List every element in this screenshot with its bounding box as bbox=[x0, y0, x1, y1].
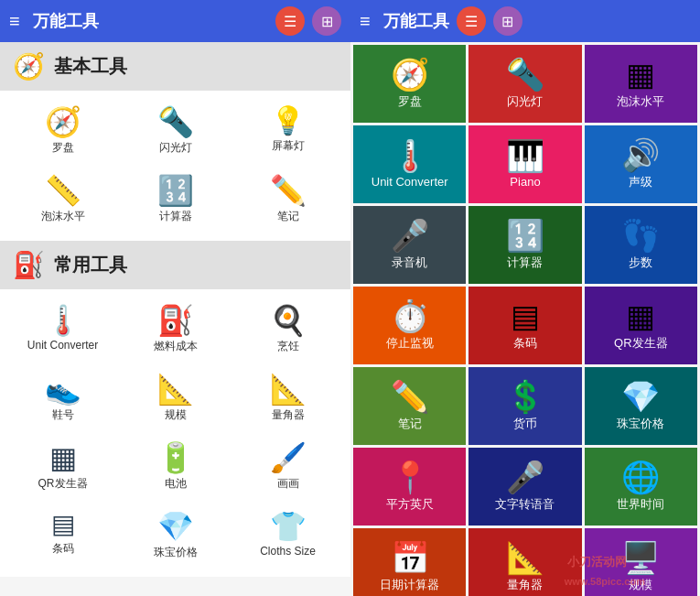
item-fuel[interactable]: ⛽ 燃料成本 bbox=[122, 298, 229, 362]
item-notes-label: 笔记 bbox=[277, 209, 299, 224]
tile-qr-gen[interactable]: ▦ QR发生器 bbox=[585, 287, 697, 364]
tile-jewelry-label: 珠宝价格 bbox=[617, 416, 664, 432]
tile-sqft-icon: 📍 bbox=[391, 461, 429, 493]
left-grid-btn[interactable]: ⊞ bbox=[312, 6, 341, 36]
section1-icon: 🧭 bbox=[13, 51, 45, 81]
tile-notes[interactable]: ✏️ 笔记 bbox=[353, 367, 466, 445]
item-unit-converter[interactable]: 🌡️ Unit Converter bbox=[9, 298, 116, 362]
item-protractor-label: 量角器 bbox=[272, 407, 305, 423]
tile-sound[interactable]: 🔊 声级 bbox=[585, 125, 697, 203]
tile-scale-right[interactable]: 🖥️ 规模 bbox=[585, 528, 697, 596]
tile-sqft[interactable]: 📍 平方英尺 bbox=[353, 448, 466, 526]
tile-level[interactable]: ▦ 泡沫水平 bbox=[585, 45, 697, 123]
tile-flashlight[interactable]: 🔦 闪光灯 bbox=[468, 45, 581, 123]
tile-calculator-icon: 🔢 bbox=[506, 220, 544, 251]
section2-icon: ⛽ bbox=[13, 250, 45, 280]
item-battery[interactable]: 🔋 电池 bbox=[122, 436, 229, 499]
item-paint[interactable]: 🖌️ 画画 bbox=[234, 436, 341, 499]
tile-stopwatch[interactable]: ⏱️ 停止监视 bbox=[353, 287, 466, 364]
left-list-btn[interactable]: ☰ bbox=[275, 6, 305, 36]
section2-items: 🌡️ Unit Converter ⛽ 燃料成本 🍳 烹饪 👟 鞋号 📐 规模 … bbox=[9, 298, 341, 568]
tile-recorder-label: 录音机 bbox=[392, 255, 427, 271]
tile-steps[interactable]: 👣 步数 bbox=[585, 206, 697, 284]
tile-piano[interactable]: 🎹 Piano bbox=[468, 125, 581, 203]
tile-level-label: 泡沫水平 bbox=[617, 93, 664, 110]
item-barcode-label: 条码 bbox=[52, 541, 74, 557]
right-grid-btn[interactable]: ⊞ bbox=[493, 6, 522, 36]
tile-compass-label: 罗盘 bbox=[398, 93, 422, 110]
item-flashlight-label: 闪光灯 bbox=[159, 140, 192, 156]
item-qr-gen[interactable]: ▦ QR发生器 bbox=[9, 436, 116, 499]
item-compass[interactable]: 🧭 罗盘 bbox=[9, 100, 116, 163]
tile-unit-converter[interactable]: 🌡️ Unit Converter bbox=[353, 125, 466, 203]
section1-items: 🧭 罗盘 🔦 闪光灯 💡 屏幕灯 📏 泡沫水平 🔢 计算器 ✏️ 笔记 bbox=[9, 100, 341, 232]
tile-date-calc-label: 日期计算器 bbox=[380, 577, 439, 593]
tile-currency[interactable]: 💲 货币 bbox=[468, 367, 581, 445]
item-cooking[interactable]: 🍳 烹饪 bbox=[234, 298, 341, 362]
item-scale[interactable]: 📐 规模 bbox=[122, 367, 229, 430]
compass-icon: 🧭 bbox=[45, 107, 81, 136]
tile-steps-icon: 👣 bbox=[621, 220, 660, 251]
tile-date-calc[interactable]: 📅 日期计算器 bbox=[353, 528, 466, 596]
barcode-icon: ▤ bbox=[51, 512, 75, 537]
tile-sound-icon: 🔊 bbox=[621, 139, 660, 170]
cooking-icon: 🍳 bbox=[270, 306, 307, 335]
item-cloths[interactable]: 👕 Cloths Size bbox=[234, 504, 341, 568]
item-flashlight[interactable]: 🔦 闪光灯 bbox=[122, 100, 229, 163]
tile-sqft-label: 平方英尺 bbox=[386, 496, 434, 513]
left-menu-icon[interactable]: ≡ bbox=[9, 11, 20, 32]
tile-jewelry-icon: 💎 bbox=[621, 381, 660, 412]
tile-recorder[interactable]: 🎤 录音机 bbox=[353, 206, 466, 284]
tile-compass-icon: 🧭 bbox=[391, 59, 429, 90]
jewelry-icon: 💎 bbox=[157, 512, 194, 541]
tile-sound-label: 声级 bbox=[629, 174, 652, 190]
tile-tts[interactable]: 🎤 文字转语音 bbox=[468, 448, 581, 526]
tile-compass[interactable]: 🧭 罗盘 bbox=[353, 45, 466, 123]
item-notes[interactable]: ✏️ 笔记 bbox=[234, 168, 341, 232]
tile-world-time-label: 世界时间 bbox=[617, 496, 664, 513]
paint-icon: 🖌️ bbox=[270, 443, 307, 472]
item-shoe-label: 鞋号 bbox=[52, 407, 74, 423]
item-paint-label: 画画 bbox=[277, 476, 299, 492]
tile-stopwatch-icon: ⏱️ bbox=[391, 300, 429, 331]
section2-label: 常用工具 bbox=[54, 253, 127, 277]
item-jewelry[interactable]: 💎 珠宝价格 bbox=[122, 504, 229, 568]
tile-jewelry[interactable]: 💎 珠宝价格 bbox=[585, 367, 697, 445]
tiles-grid: 🧭 罗盘 🔦 闪光灯 ▦ 泡沫水平 🌡️ Unit Converter 🎹 Pi… bbox=[350, 42, 700, 596]
item-level[interactable]: 📏 泡沫水平 bbox=[9, 168, 116, 232]
tile-currency-label: 货币 bbox=[513, 416, 537, 432]
tile-currency-icon: 💲 bbox=[506, 381, 544, 412]
left-app-title: 万能工具 bbox=[33, 10, 268, 32]
item-shoe[interactable]: 👟 鞋号 bbox=[9, 367, 116, 430]
item-cooking-label: 烹饪 bbox=[277, 339, 299, 354]
item-protractor[interactable]: 📐 量角器 bbox=[234, 367, 341, 430]
item-calculator[interactable]: 🔢 计算器 bbox=[122, 168, 229, 232]
section1-header: 🧭 基本工具 bbox=[0, 42, 350, 91]
tile-barcode[interactable]: ▤ 条码 bbox=[468, 287, 581, 364]
section1-label: 基本工具 bbox=[54, 54, 127, 79]
tile-barcode-icon: ▤ bbox=[511, 300, 540, 331]
item-screenlight[interactable]: 💡 屏幕灯 bbox=[234, 100, 341, 163]
tile-world-time[interactable]: 🌐 世界时间 bbox=[585, 448, 697, 526]
tile-calculator[interactable]: 🔢 计算器 bbox=[468, 206, 581, 284]
right-menu-icon[interactable]: ≡ bbox=[360, 11, 371, 32]
flashlight-icon: 🔦 bbox=[157, 107, 194, 136]
cloths-icon: 👕 bbox=[270, 512, 307, 541]
fuel-icon: ⛽ bbox=[157, 306, 194, 335]
section1-grid: 🧭 罗盘 🔦 闪光灯 💡 屏幕灯 📏 泡沫水平 🔢 计算器 ✏️ 笔记 bbox=[0, 91, 350, 241]
tile-recorder-icon: 🎤 bbox=[391, 220, 429, 251]
protractor-icon: 📐 bbox=[270, 374, 307, 404]
section2-header: ⛽ 常用工具 bbox=[0, 241, 350, 289]
item-level-label: 泡沫水平 bbox=[41, 209, 85, 224]
notes-icon: ✏️ bbox=[270, 176, 307, 205]
tile-notes-label: 笔记 bbox=[398, 416, 422, 432]
tile-qr-gen-icon: ▦ bbox=[626, 300, 655, 331]
item-scale-label: 规模 bbox=[165, 407, 187, 423]
item-screenlight-label: 屏幕灯 bbox=[272, 138, 305, 154]
item-barcode[interactable]: ▤ 条码 bbox=[9, 504, 116, 568]
item-battery-label: 电池 bbox=[165, 476, 187, 492]
right-top-bar: ≡ 万能工具 ☰ ⊞ bbox=[350, 0, 700, 42]
tile-protractor[interactable]: 📐 量角器 bbox=[468, 528, 581, 596]
tile-tts-label: 文字转语音 bbox=[495, 496, 555, 513]
right-list-btn[interactable]: ☰ bbox=[457, 6, 486, 36]
